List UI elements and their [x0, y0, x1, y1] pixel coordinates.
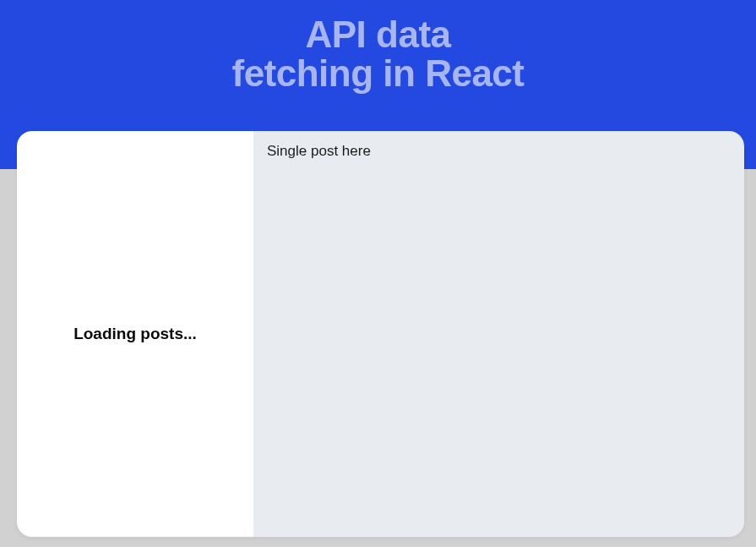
loading-posts-text: Loading posts... [73, 325, 197, 343]
title-line-2: fetching in React [232, 54, 525, 93]
posts-sidebar: Loading posts... [17, 131, 253, 537]
single-post-placeholder: Single post here [267, 143, 731, 160]
content-panel: Single post here [253, 131, 744, 537]
main-card: Loading posts... Single post here [17, 131, 744, 537]
title-line-1: API data [305, 15, 450, 54]
